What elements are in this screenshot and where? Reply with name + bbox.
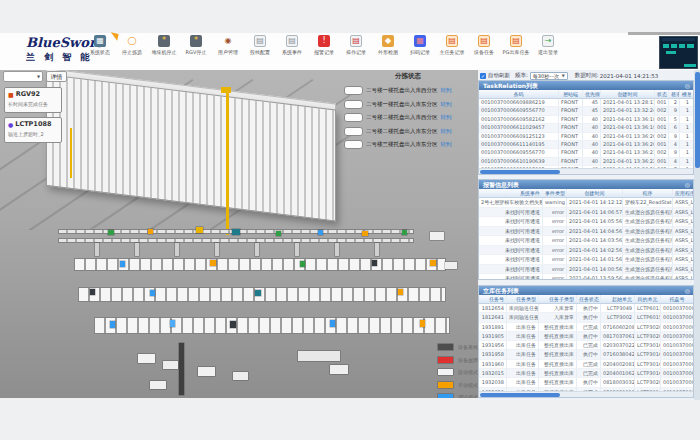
goto-link[interactable]: 转到 (441, 101, 452, 108)
gear-icon[interactable]: ◎ (685, 286, 690, 295)
column-header[interactable]: 事件类型 (543, 189, 567, 197)
toolbar-item[interactable]: ▤ 操作记录 (340, 35, 372, 55)
column-header[interactable]: 任务类型 (507, 295, 539, 303)
table-row[interactable]: 未找到可用通道error2021-04-01 14:05:56生成混合拣选任务程… (479, 217, 693, 227)
device-alert-card[interactable]: ■ RGV92 长时间未完成任务 (4, 87, 62, 113)
table-row[interactable]: 未找到可用通道error2021-04-01 14:02:56生成混合拣选任务程… (479, 246, 693, 256)
table-cell: 出库任务 (507, 397, 539, 398)
scrollbar-thumb[interactable] (695, 72, 700, 168)
column-header[interactable]: 应用程序 (673, 189, 693, 197)
toolbar-item[interactable]: ◯ 停止拣选 (116, 35, 148, 55)
column-header[interactable]: 任务号 (479, 295, 507, 303)
column-header[interactable]: 状态 (655, 90, 669, 98)
equipment-marker (430, 232, 444, 240)
table-cell: 00100370006609886219 (479, 99, 559, 106)
detail-button[interactable]: 详情 (46, 71, 67, 82)
goto-link[interactable]: 转到 (441, 114, 452, 121)
column-header[interactable]: 任务子类型 (539, 295, 577, 303)
scrollbar-thumb[interactable] (480, 170, 560, 174)
toolbar-item[interactable]: ▤ PG出库任务 (500, 35, 532, 55)
table-row[interactable]: 未找到可用通道error2021-04-01 14:03:56生成混合拣选任务程… (479, 236, 693, 246)
toolbar-item[interactable]: ▤ 投线配置 (244, 35, 276, 55)
table-row[interactable]: 未找到可用通道error2021-04-01 14:00:56生成混合拣选任务程… (479, 265, 693, 275)
table-row[interactable]: 00100370006609125123FRONT402021-04-01 13… (479, 133, 693, 141)
goto-link[interactable]: 转到 (441, 141, 452, 148)
toolbar-item[interactable]: ◆ 外形检测 (372, 35, 404, 55)
toolbar-item[interactable]: ▦ 系统状态 (84, 35, 116, 55)
table-cell: 9 (669, 133, 680, 140)
scrollbar-thumb[interactable] (480, 393, 560, 397)
gear-icon[interactable]: ◎ (685, 81, 690, 90)
alert-card-list: ■ RGV92 长时间未完成任务 ● LCTP1088 输送上货超时_2 (4, 87, 62, 147)
column-header[interactable]: 托盘号 (661, 295, 693, 303)
device-filter-select[interactable]: ▼ (3, 71, 43, 82)
table-row[interactable]: 未找到可用通道error2021-04-01 14:04:56生成混合拣选任务程… (479, 227, 693, 237)
toolbar-item[interactable]: → 退出登录 (532, 35, 564, 55)
toolbar-item[interactable]: ▤ 主任务记录 (436, 35, 468, 55)
horizontal-scrollbar[interactable] (479, 168, 693, 174)
column-header[interactable]: 创建时间 (567, 189, 623, 197)
table-row[interactable]: 1931958出库任务整托直接出库执行中0716038042LCTP301600… (479, 350, 693, 359)
mini-status-panel[interactable] (659, 36, 698, 69)
column-header[interactable]: 条码 (479, 90, 559, 98)
goto-link[interactable]: 转到 (441, 128, 452, 135)
column-header[interactable]: 系统事件 (479, 189, 543, 197)
equipment-marker (398, 289, 403, 295)
table-row[interactable]: 00100370006611140195FRONT402021-04-01 13… (479, 141, 693, 149)
toolbar-item[interactable]: ! 报警记录 (308, 35, 340, 55)
sort-zone-checkbox[interactable] (344, 86, 363, 95)
horizontal-scrollbar[interactable] (479, 391, 693, 397)
table-cell: 整托直接出库 (539, 323, 577, 331)
sort-zone-checkbox[interactable] (344, 113, 363, 122)
column-header[interactable]: 楼层 (680, 90, 691, 98)
panel-title: 立库任务列表 (483, 287, 519, 294)
table-row[interactable]: 2号七层穿梭车校验文档失败 无法判断长度warning2021-04-01 14… (479, 198, 693, 208)
table-row[interactable]: 1812641库间输送任务入库异常执行中LCTP3002LCTP60150010… (479, 313, 693, 322)
column-header[interactable]: 优先级 (583, 90, 601, 98)
frequency-select[interactable]: 每30秒一次 ▼ (530, 72, 568, 80)
toolbar-item[interactable]: ◉ 用户管理 (212, 35, 244, 55)
column-header[interactable]: 任务状态 (577, 295, 601, 303)
sort-zone-checkbox[interactable] (344, 140, 363, 149)
column-header[interactable]: 起始单元 (601, 295, 635, 303)
toolbar-item[interactable]: ▤ 设备任务 (468, 35, 500, 55)
toolbar-item[interactable]: * 堆垛机停止 (148, 35, 180, 55)
device-alert-card[interactable]: ● LCTP1088 输送上货超时_2 (4, 117, 62, 143)
table-row[interactable]: 1931905出库任务整托直接出库执行中0817037061LCTP302000… (479, 332, 693, 341)
sort-zone-checkbox[interactable] (344, 100, 363, 109)
column-header[interactable]: 层站端 (559, 90, 583, 98)
table-row[interactable]: 1812654库间输送任务入库异常执行中LCTP3049LCTP60110010… (479, 304, 693, 313)
table-column-headers: 任务号任务类型任务子类型任务状态起始单元目的单元托盘号 (479, 295, 693, 304)
table-row[interactable]: 00100370006609582162FRONT402021-04-01 13… (479, 116, 693, 124)
column-header[interactable]: 巷道 (669, 90, 680, 98)
table-row[interactable]: 未找到可用通道error2021-04-01 14:06:57生成混合拣选任务程… (479, 208, 693, 218)
column-header[interactable]: 程序 (623, 189, 673, 197)
table-row[interactable]: 1931956出库任务整托直接出库已完成0203037022LCTP301600… (479, 341, 693, 350)
warehouse-3d-view[interactable]: 分拣状态 二号楼一楼托盘出入库西分区 转到 二号楼一楼托盘出入库东分区 转到 二… (0, 70, 478, 398)
table-row[interactable]: 1931891出库任务整托直接出库已完成0716060208LCTP302000… (479, 323, 693, 332)
goto-link[interactable]: 转到 (441, 87, 452, 94)
table-row[interactable]: 00100370006609886219FRONT452021-04-01 13… (479, 99, 693, 107)
table-row[interactable]: 1932015出库任务整托直接出库已完成0204001062LCTP301600… (479, 369, 693, 378)
autorefresh-checkbox[interactable]: ✓ (480, 73, 486, 79)
gear-icon[interactable]: ◎ (685, 180, 690, 189)
vertical-scrollbar[interactable] (694, 70, 700, 400)
column-header[interactable]: 目的单元 (635, 295, 661, 303)
table-row[interactable]: 未找到可用通道error2021-04-01 13:59:56生成混合拣选任务程… (479, 274, 693, 280)
table-row[interactable]: 1931960出库任务整托直接出库已完成0204002081LCTP301600… (479, 360, 693, 369)
toolbar-item[interactable]: * RGV停止 (180, 35, 212, 55)
table-row[interactable]: 00100370006609556770FRONT452021-04-01 13… (479, 107, 693, 115)
system-status-icon: ▦ (94, 35, 106, 47)
table-row[interactable]: 1932057出库任务整托直接出库执行中0818037032LCTP302000… (479, 397, 693, 398)
table-row[interactable]: 00100370006609556770FRONT402021-04-01 13… (479, 149, 693, 157)
equipment-marker (135, 243, 139, 256)
table-row[interactable]: 00100370006611029457FRONT402021-04-01 13… (479, 124, 693, 132)
table-cell: 1932057 (479, 397, 507, 398)
sort-zone-checkbox[interactable] (344, 127, 363, 136)
table-row[interactable]: 1932038出库任务整托直接出库执行中0818003032LCTP302000… (479, 378, 693, 387)
toolbar-item[interactable]: ▤ 系统事件 (276, 35, 308, 55)
table-row[interactable]: 未找到可用通道error2021-04-01 14:01:56生成混合拣选任务程… (479, 255, 693, 265)
table-row[interactable]: 00100370006610190639FRONT402021-04-01 13… (479, 158, 693, 166)
column-header[interactable]: 创建时间 (601, 90, 655, 98)
toolbar-item[interactable]: ▦ 扫码记录 (404, 35, 436, 55)
